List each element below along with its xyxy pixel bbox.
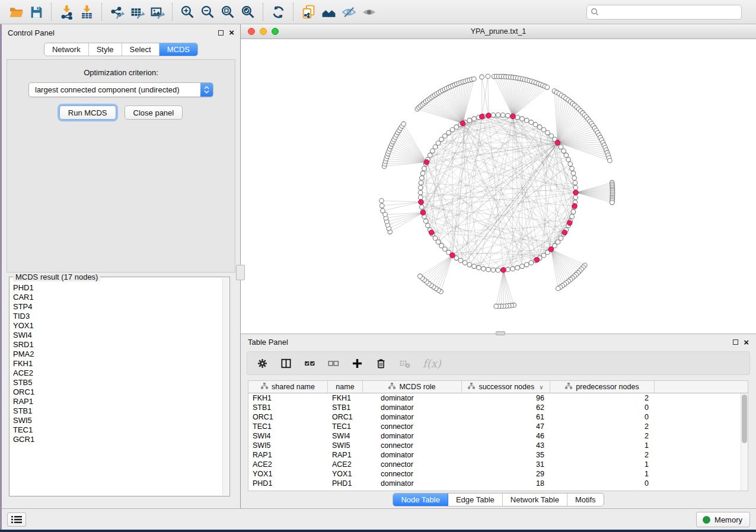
- table-row[interactable]: PHD1PHD1dominator180: [248, 479, 748, 488]
- tab-node-table[interactable]: Node Table: [393, 493, 448, 506]
- table-row[interactable]: RAP1RAP1dominator352: [248, 450, 748, 460]
- float-table-panel-icon[interactable]: [733, 339, 738, 345]
- network-titlebar[interactable]: YPA_prune.txt_1: [241, 24, 756, 39]
- list-item[interactable]: FKH1: [13, 359, 222, 368]
- search-field-wrap: [586, 5, 742, 20]
- table-row[interactable]: SWI4SWI4dominator462: [248, 431, 748, 441]
- table-row[interactable]: YOX1YOX1connector291: [248, 469, 748, 479]
- list-item[interactable]: SWI5: [13, 416, 222, 425]
- tab-network[interactable]: Network: [44, 43, 89, 56]
- tab-motifs[interactable]: Motifs: [567, 493, 604, 506]
- tab-edge-table[interactable]: Edge Table: [448, 493, 503, 506]
- import-network-icon[interactable]: [56, 3, 76, 21]
- table-cell: dominator: [363, 412, 462, 422]
- export-table-icon[interactable]: [127, 3, 147, 21]
- list-item[interactable]: GCR1: [13, 435, 222, 444]
- optimization-dropdown[interactable]: largest connected component (undirected): [28, 82, 213, 97]
- settings-gear-icon[interactable]: [257, 358, 268, 369]
- select-all-checkboxes-icon[interactable]: [304, 358, 315, 369]
- list-item[interactable]: SWI4: [13, 331, 222, 340]
- sort-indicator-icon: ∨: [539, 384, 543, 390]
- table-panel-title: Table Panel: [248, 338, 288, 347]
- tab-style[interactable]: Style: [89, 43, 122, 56]
- list-item[interactable]: CAR1: [13, 293, 222, 302]
- tab-select[interactable]: Select: [122, 43, 160, 56]
- task-history-button[interactable]: [7, 512, 26, 527]
- desktop-wallpaper: [0, 530, 756, 532]
- table-row[interactable]: ACE2ACE2connector311: [248, 460, 748, 469]
- tab-mcds[interactable]: MCDS: [160, 43, 197, 56]
- table-scrollbar[interactable]: [741, 393, 748, 491]
- list-item[interactable]: STP4: [13, 302, 222, 312]
- node-table-icon: [468, 383, 475, 391]
- close-table-panel-icon[interactable]: ×: [744, 339, 749, 345]
- result-scrollbar[interactable]: [222, 278, 229, 495]
- table-scrollbar-thumb[interactable]: [742, 395, 747, 443]
- first-neighbors-icon[interactable]: [318, 3, 339, 21]
- table-cell: RAP1: [248, 450, 328, 460]
- hide-selected-icon[interactable]: [339, 3, 359, 21]
- memory-button[interactable]: Memory: [696, 512, 750, 527]
- table-cell: 61: [462, 412, 550, 422]
- table-row[interactable]: FKH1FKH1dominator962: [248, 393, 748, 403]
- list-item[interactable]: RAP1: [13, 397, 222, 406]
- open-file-icon[interactable]: [6, 3, 26, 21]
- list-item[interactable]: PMA2: [13, 350, 222, 359]
- table-cell: connector: [363, 441, 462, 450]
- copy-network-icon[interactable]: [298, 3, 318, 21]
- list-item[interactable]: ACE2: [13, 368, 222, 378]
- zoom-selected-icon[interactable]: [238, 3, 258, 21]
- table-row[interactable]: ORC1ORC1dominator610: [248, 412, 748, 422]
- network-graph[interactable]: [241, 39, 756, 334]
- delete-column-icon[interactable]: [375, 358, 387, 369]
- zoom-in-icon[interactable]: [177, 3, 197, 21]
- deselect-all-checkboxes-icon[interactable]: [328, 358, 339, 369]
- column-header-shared-name[interactable]: shared name: [248, 381, 328, 393]
- list-item[interactable]: SRD1: [13, 340, 222, 350]
- table-cell: SWI5: [248, 441, 328, 450]
- memory-label: Memory: [714, 515, 742, 524]
- show-all-icon[interactable]: [359, 3, 379, 21]
- column-header-MCDS-role[interactable]: MCDS role: [363, 381, 462, 393]
- table-cell: 0: [550, 403, 655, 412]
- column-layout-icon[interactable]: [280, 358, 292, 369]
- export-network-icon[interactable]: [107, 3, 127, 21]
- zoom-fit-icon[interactable]: [218, 3, 238, 21]
- list-item[interactable]: TEC1: [13, 425, 222, 435]
- list-item[interactable]: ORC1: [13, 387, 222, 397]
- column-header-successor-nodes[interactable]: successor nodes∨: [462, 381, 550, 393]
- list-item[interactable]: TID3: [13, 312, 222, 321]
- search-input[interactable]: [586, 5, 742, 20]
- list-item[interactable]: STB5: [13, 378, 222, 387]
- delete-table-icon: [399, 358, 410, 369]
- zoom-out-icon[interactable]: [197, 3, 218, 21]
- save-session-icon[interactable]: [26, 3, 46, 21]
- export-image-icon[interactable]: [147, 3, 167, 21]
- split-divider-handle[interactable]: [496, 331, 505, 335]
- column-header-name[interactable]: name: [328, 381, 363, 393]
- panel-divider-handle[interactable]: [236, 265, 245, 280]
- table-row[interactable]: TEC1TEC1connector472: [248, 422, 748, 431]
- run-mcds-button[interactable]: Run MCDS: [59, 105, 116, 120]
- close-panel-icon[interactable]: ×: [229, 30, 234, 36]
- toolbar-separator: [51, 3, 52, 21]
- table-cell: FKH1: [328, 393, 363, 403]
- list-item[interactable]: PHD1: [13, 283, 222, 293]
- table-row[interactable]: STB1STB1dominator620: [248, 403, 748, 412]
- refresh-icon[interactable]: [268, 3, 288, 21]
- tab-network-table[interactable]: Network Table: [503, 493, 567, 506]
- table-cell: connector: [363, 460, 462, 469]
- float-panel-icon[interactable]: [218, 30, 224, 36]
- list-item[interactable]: STB1: [13, 406, 222, 416]
- network-canvas[interactable]: [241, 39, 756, 334]
- add-column-icon[interactable]: [352, 358, 363, 369]
- mcds-result-list: PHD1CAR1STP4TID3YOX1SWI4SRD1PMA2FKH1ACE2…: [13, 283, 222, 495]
- optimization-value: largest connected component (undirected): [29, 83, 200, 97]
- table-cell: YOX1: [328, 469, 363, 479]
- column-header-predecessor-nodes[interactable]: predecessor nodes: [550, 381, 655, 393]
- table-row[interactable]: SWI5SWI5connector431: [248, 441, 748, 450]
- list-item[interactable]: YOX1: [13, 321, 222, 331]
- mcds-result-title: MCDS result (17 nodes): [13, 273, 100, 281]
- import-table-icon[interactable]: [76, 3, 97, 21]
- close-panel-button[interactable]: Close panel: [125, 105, 183, 120]
